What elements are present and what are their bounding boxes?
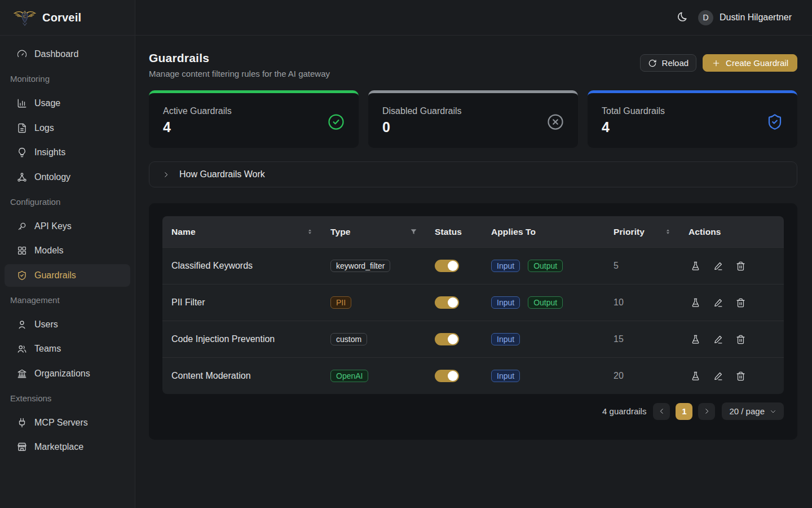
sidebar-item-api-keys[interactable]: API Keys — [5, 215, 130, 238]
column-title: Status — [435, 227, 462, 237]
page-subtitle: Manage content filtering rules for the A… — [149, 69, 330, 78]
sidebar-item-label: Teams — [34, 344, 61, 354]
sidebar-item-label: Marketplace — [34, 442, 83, 452]
trash-icon[interactable] — [736, 371, 745, 381]
sidebar-item-marketplace[interactable]: Marketplace — [5, 436, 130, 458]
plus-icon — [712, 59, 721, 68]
logs-icon — [17, 123, 27, 133]
applies-to-badge: Output — [528, 296, 563, 309]
reload-button[interactable]: Reload — [640, 54, 697, 72]
edit-icon[interactable] — [713, 298, 723, 308]
sidebar-item-usage[interactable]: Usage — [5, 92, 130, 115]
column-header-name[interactable]: Name — [162, 227, 321, 237]
applies-to-badge: Output — [528, 260, 563, 272]
create-guardrail-button[interactable]: Create Guardrail — [703, 54, 797, 72]
shield-check-icon — [766, 113, 783, 130]
flask-icon[interactable] — [691, 371, 700, 381]
cell-applies-to: Input — [482, 370, 604, 382]
flask-icon[interactable] — [691, 298, 700, 308]
edit-icon[interactable] — [713, 335, 723, 344]
page-header-actions: Reload Create Guardrail — [640, 54, 797, 72]
sidebar-item-label: Organizations — [34, 369, 90, 379]
flask-icon[interactable] — [691, 261, 700, 271]
sidebar-item-guardrails[interactable]: Guardrails — [5, 264, 130, 287]
how-guardrails-work-label: How Guardrails Work — [179, 169, 265, 179]
sidebar-item-mcp-servers[interactable]: MCP Servers — [5, 411, 130, 434]
sidebar-item-label: MCP Servers — [34, 418, 88, 428]
teams-icon — [17, 344, 27, 354]
sidebar-item-organizations[interactable]: Organizations — [5, 362, 130, 385]
stat-card-total-guardrails: Total Guardrails4 — [588, 90, 797, 148]
x-circle-icon — [547, 113, 564, 130]
guardrails-table: NameTypeStatusApplies ToPriorityActionsC… — [162, 216, 784, 394]
corveil-logo: C — [14, 8, 36, 27]
sidebar-item-label: Logs — [34, 123, 54, 133]
pagination-prev-button[interactable] — [653, 403, 670, 420]
trash-icon[interactable] — [736, 335, 745, 344]
page-content: Guardrails Manage content filtering rule… — [135, 36, 812, 440]
status-toggle[interactable] — [435, 260, 459, 272]
nav-section-label-extensions: Extensions — [5, 387, 130, 409]
sidebar-item-dashboard[interactable]: Dashboard — [5, 43, 130, 65]
topbar: D Dustin Hilgaertner — [135, 0, 812, 36]
avatar[interactable]: D — [698, 10, 713, 25]
sidebar-item-logs[interactable]: Logs — [5, 117, 130, 139]
cell-actions — [679, 298, 784, 308]
create-guardrail-label: Create Guardrail — [726, 58, 788, 68]
cell-applies-to: InputOutput — [482, 260, 604, 272]
applies-to-badge: Input — [491, 296, 520, 309]
guardrails-table-card: NameTypeStatusApplies ToPriorityActionsC… — [149, 203, 797, 440]
sidebar-item-teams[interactable]: Teams — [5, 338, 130, 360]
column-header-status: Status — [426, 227, 482, 237]
stat-text: Total Guardrails4 — [602, 106, 665, 135]
marketplace-icon — [17, 442, 27, 452]
refresh-icon — [648, 59, 657, 68]
toggle-knob — [448, 371, 458, 381]
chevron-right-icon — [162, 171, 170, 178]
edit-icon[interactable] — [713, 371, 723, 381]
sidebar-item-label: Ontology — [34, 172, 70, 182]
column-header-applies-to: Applies To — [482, 227, 604, 237]
table-header-row: NameTypeStatusApplies ToPriorityActions — [162, 216, 784, 247]
main-column: D Dustin Hilgaertner Guardrails Manage c… — [135, 0, 812, 508]
sidebar-item-label: API Keys — [34, 221, 72, 231]
pagination-total: 4 guardrails — [602, 406, 646, 416]
trash-icon[interactable] — [736, 298, 745, 308]
status-toggle[interactable] — [435, 333, 459, 345]
status-toggle[interactable] — [435, 296, 459, 309]
page-size-label: 20 / page — [729, 406, 765, 416]
stat-value: 0 — [382, 119, 462, 135]
sidebar-item-ontology[interactable]: Ontology — [5, 166, 130, 189]
column-header-type[interactable]: Type — [321, 227, 426, 237]
sidebar-item-users[interactable]: Users — [5, 313, 130, 336]
nav-section-label-monitoring: Monitoring — [5, 68, 130, 90]
user-name[interactable]: Dustin Hilgaertner — [720, 12, 792, 23]
how-guardrails-work-panel[interactable]: How Guardrails Work — [149, 161, 797, 187]
usage-icon — [17, 98, 27, 108]
nav-section-label-configuration: Configuration — [5, 190, 130, 213]
moon-icon[interactable] — [677, 11, 689, 24]
sidebar-item-insights[interactable]: Insights — [5, 141, 130, 164]
flask-icon[interactable] — [691, 335, 700, 344]
organizations-icon — [17, 369, 27, 379]
pagination-page-1-button[interactable]: 1 — [676, 403, 692, 420]
sidebar-item-label: Dashboard — [34, 49, 78, 59]
page-size-select[interactable]: 20 / page — [722, 402, 784, 420]
edit-icon[interactable] — [713, 261, 723, 271]
stat-value: 4 — [602, 119, 665, 135]
cell-priority: 20 — [604, 371, 679, 381]
chevron-left-icon — [658, 408, 665, 415]
cell-status — [426, 260, 482, 272]
status-toggle[interactable] — [435, 370, 459, 382]
guardrail-name: PII Filter — [171, 297, 205, 308]
pagination-next-button[interactable] — [698, 403, 715, 420]
cell-type: custom — [321, 333, 426, 345]
trash-icon[interactable] — [736, 261, 745, 271]
column-header-priority[interactable]: Priority — [604, 227, 679, 237]
column-header-actions: Actions — [679, 227, 784, 237]
cell-applies-to: InputOutput — [482, 296, 604, 309]
users-icon — [17, 319, 27, 330]
sidebar-item-models[interactable]: Models — [5, 239, 130, 262]
models-icon — [17, 246, 27, 256]
applies-to-badge: Input — [491, 333, 520, 345]
